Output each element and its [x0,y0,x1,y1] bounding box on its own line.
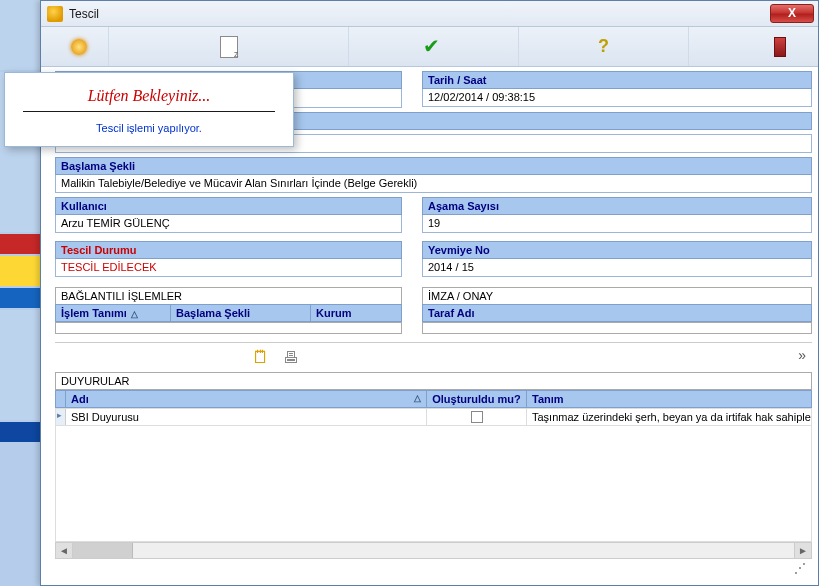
announcement-row[interactable]: SBI Duyurusu Taşınmaz üzerindeki şerh, b… [55,408,812,426]
toolbar-exit-button[interactable] [750,27,810,66]
mini-toolbar: 🗒 🖶 » [55,342,812,372]
yevmiye-label: Yevmiye No [422,241,812,259]
tescil-value[interactable]: TESCİL EDİLECEK [55,259,402,277]
scroll-right-arrow[interactable]: ► [794,543,811,558]
close-button[interactable]: X [770,4,814,23]
tescil-label: Tescil Durumu [55,241,402,259]
col-adi[interactable]: Adı△ [66,391,427,407]
checkbox[interactable] [471,411,483,423]
kullanici-value[interactable]: Arzu TEMİR GÜLENÇ [55,215,402,233]
announcements-header: Adı△ Oluşturuldu mu? Tanım [55,390,812,408]
wait-dialog-body: Tescil işlemi yapılıyor. [23,122,275,134]
row-indicator-icon [56,409,66,425]
col-islem-tanimi[interactable]: İşlem Tanımı△ [56,305,171,321]
col-taraf-adi[interactable]: Taraf Adı [423,305,811,321]
toolbar-doc-button[interactable] [109,27,349,66]
baslama-value[interactable]: Malikin Talebiyle/Belediye ve Mücavir Al… [55,175,812,193]
yevmiye-value[interactable]: 2014 / 15 [422,259,812,277]
scroll-left-arrow[interactable]: ◄ [56,543,73,558]
cell-adi: SBI Duyurusu [66,409,427,425]
tarih-value[interactable]: 12/02/2014 / 09:38:15 [422,89,812,107]
note-button[interactable]: 🗒 [250,348,272,368]
note-icon: 🗒 [252,347,270,368]
sun-icon [66,34,92,60]
tarih-label: Tarih / Saat [422,71,812,89]
linked-left-body [55,322,402,334]
col-baslama-sekli[interactable]: Başlama Şekli [171,305,311,321]
linked-right-body [422,322,812,334]
linked-right-title: İMZA / ONAY [422,287,812,304]
toolbar-help-button[interactable]: ? [519,27,689,66]
col-kurum[interactable]: Kurum [311,305,401,321]
wait-dialog-title: Lütfen Bekleyiniz... [23,87,275,112]
chevron-right-icon: » [798,347,806,363]
col-tanim[interactable]: Tanım [527,391,811,407]
app-icon [47,6,63,22]
asama-value[interactable]: 19 [422,215,812,233]
toolbar-confirm-button[interactable] [349,27,519,66]
window-title: Tescil [69,7,99,21]
cell-tanim: Taşınmaz üzerindeki şerh, beyan ya da ir… [527,409,811,425]
expand-button[interactable]: » [798,347,806,363]
help-icon: ? [598,36,609,57]
announcements-title: DUYURULAR [55,372,812,390]
check-icon [423,36,445,58]
scroll-thumb[interactable] [73,543,133,558]
print-button[interactable]: 🖶 [280,348,302,368]
wait-dialog: Lütfen Bekleyiniz... Tescil işlemi yapıl… [4,72,294,147]
baslama-label: Başlama Şekli [55,157,812,175]
print-icon: 🖶 [283,349,299,367]
document-icon [220,36,238,58]
titlebar: Tescil X [41,1,818,27]
linked-left-title: BAĞLANTILI İŞLEMLER [55,287,402,304]
exit-icon [774,37,786,57]
asama-label: Aşama Sayısı [422,197,812,215]
toolbar-main-button[interactable] [49,27,109,66]
cell-olusturuldu[interactable] [427,409,527,425]
col-olusturuldu[interactable]: Oluşturuldu mu? [427,391,527,407]
linked-right-header: Taraf Adı [422,304,812,322]
linked-left-header: İşlem Tanımı△ Başlama Şekli Kurum [55,304,402,322]
horizontal-scrollbar[interactable]: ◄ ► [55,542,812,559]
resize-grip-icon[interactable]: ⋰ [794,561,806,575]
announcements-body-empty [55,426,812,542]
toolbar: ? [41,27,818,67]
kullanici-label: Kullanıcı [55,197,402,215]
sort-asc-icon: △ [131,309,138,319]
sort-asc-icon: △ [414,393,421,403]
